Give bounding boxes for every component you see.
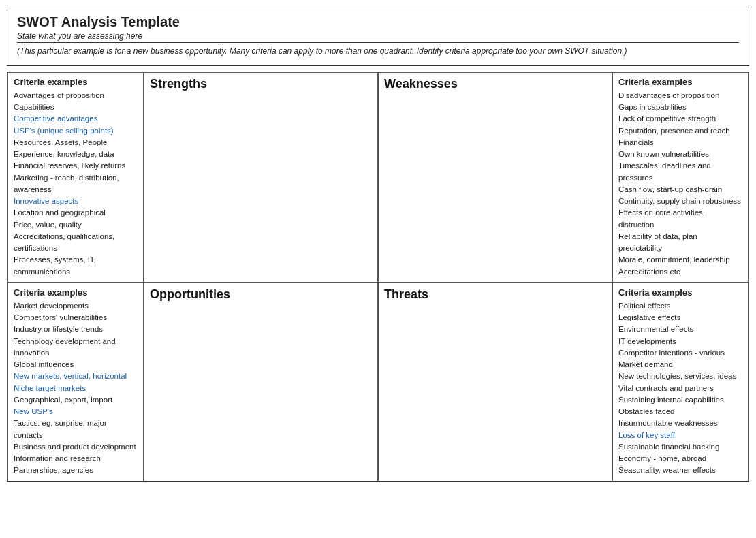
list-item: Experience, knowledge, data xyxy=(14,148,138,160)
list-item: Insurmountable weaknesses xyxy=(618,417,742,429)
list-item: Vital contracts and partners xyxy=(618,383,742,394)
list-item: Sustainable financial backing xyxy=(618,441,742,453)
list-item: Economy - home, abroad xyxy=(618,453,742,464)
criteria-bottom-left-title: Criteria examples xyxy=(14,287,138,298)
list-item: USP's (unique selling points) xyxy=(14,125,138,137)
list-item: New technologies, services, ideas xyxy=(618,370,742,382)
list-item: Price, value, quality xyxy=(14,219,138,231)
list-item: Processes, systems, IT, communications xyxy=(14,254,138,278)
list-item: Information and research xyxy=(14,453,138,464)
list-item: Tactics: eg, surprise, major contacts xyxy=(14,417,138,441)
list-item: Advantages of proposition xyxy=(14,90,138,101)
list-item: Capabilities xyxy=(14,101,138,113)
subtitle: State what you are assessing here xyxy=(17,31,739,43)
list-item: Accreditations etc xyxy=(618,266,742,278)
list-item: Technology development and innovation xyxy=(14,336,138,360)
criteria-bottom-left-items: Market developmentsCompetitors' vulnerab… xyxy=(14,300,138,477)
strengths-label: Strengths xyxy=(150,77,372,91)
list-item: Innovative aspects xyxy=(14,195,138,207)
list-item: New USP's xyxy=(14,406,138,417)
swot-grid: Criteria examples Advantages of proposit… xyxy=(7,72,749,482)
criteria-top-left-title: Criteria examples xyxy=(14,77,138,87)
list-item: Marketing - reach, distribution, awarene… xyxy=(14,172,138,196)
list-item: Continuity, supply chain robustness xyxy=(618,195,742,207)
criteria-bottom-right-items: Political effectsLegislative effectsEnvi… xyxy=(618,300,742,477)
list-item: New markets, vertical, horizontal xyxy=(14,370,138,382)
strengths-cell: Strengths xyxy=(144,72,378,283)
list-item: Market developments xyxy=(14,300,138,312)
list-item: Financials xyxy=(618,137,742,148)
list-item: Location and geographical xyxy=(14,207,138,219)
list-item: Own known vulnerabilities xyxy=(618,148,742,160)
list-item: Environmental effects xyxy=(618,323,742,335)
list-item: IT developments xyxy=(618,336,742,347)
list-item: Competitive advantages xyxy=(14,113,138,125)
list-item: Competitors' vulnerabilities xyxy=(14,312,138,323)
list-item: Reputation, presence and reach xyxy=(618,125,742,137)
list-item: Loss of key staff xyxy=(618,430,742,441)
list-item: Business and product development xyxy=(14,441,138,453)
list-item: Market demand xyxy=(618,359,742,370)
criteria-bottom-left: Criteria examples Market developmentsCom… xyxy=(7,283,144,481)
list-item: Reliability of data, plan predictability xyxy=(618,231,742,255)
weaknesses-cell: Weaknesses xyxy=(378,72,612,283)
criteria-bottom-right: Criteria examples Political effectsLegis… xyxy=(612,283,749,481)
list-item: Competitor intentions - various xyxy=(618,347,742,359)
list-item: Morale, commitment, leadership xyxy=(618,254,742,266)
criteria-top-right-items: Disadvantages of propositionGaps in capa… xyxy=(618,90,742,278)
threats-label: Threats xyxy=(384,287,606,302)
list-item: Resources, Assets, People xyxy=(14,137,138,148)
list-item: Gaps in capabilities xyxy=(618,101,742,113)
list-item: Industry or lifestyle trends xyxy=(14,323,138,335)
threats-cell: Threats xyxy=(378,283,612,481)
list-item: Timescales, deadlines and pressures xyxy=(618,160,742,184)
criteria-top-left: Criteria examples Advantages of proposit… xyxy=(7,72,144,283)
list-item: Obstacles faced xyxy=(618,406,742,417)
list-item: Seasonality, weather effects xyxy=(618,464,742,476)
list-item: Lack of competitive strength xyxy=(618,113,742,125)
list-item: Accreditations, qualifications, certific… xyxy=(14,231,138,255)
list-item: Niche target markets xyxy=(14,383,138,394)
page-title: SWOT Analysis Template xyxy=(17,14,739,30)
list-item: Sustaining internal capabilities xyxy=(618,394,742,406)
opportunities-label: Opportunities xyxy=(150,287,372,302)
list-item: Cash flow, start-up cash-drain xyxy=(618,184,742,195)
opportunities-cell: Opportunities xyxy=(144,283,378,481)
list-item: Political effects xyxy=(618,300,742,312)
list-item: Legislative effects xyxy=(618,312,742,323)
list-item: Disadvantages of proposition xyxy=(618,90,742,101)
description: (This particular example is for a new bu… xyxy=(17,46,739,57)
criteria-top-right: Criteria examples Disadvantages of propo… xyxy=(612,72,749,283)
weaknesses-label: Weaknesses xyxy=(384,77,606,91)
list-item: Geographical, export, import xyxy=(14,394,138,406)
list-item: Financial reserves, likely returns xyxy=(14,160,138,172)
criteria-top-left-items: Advantages of propositionCapabilitiesCom… xyxy=(14,90,138,278)
criteria-bottom-right-title: Criteria examples xyxy=(618,287,742,298)
list-item: Global influences xyxy=(14,359,138,370)
list-item: Effects on core activities, distruction xyxy=(618,207,742,231)
criteria-top-right-title: Criteria examples xyxy=(618,77,742,87)
header-box: SWOT Analysis Template State what you ar… xyxy=(7,7,749,66)
list-item: Partnerships, agencies xyxy=(14,464,138,476)
